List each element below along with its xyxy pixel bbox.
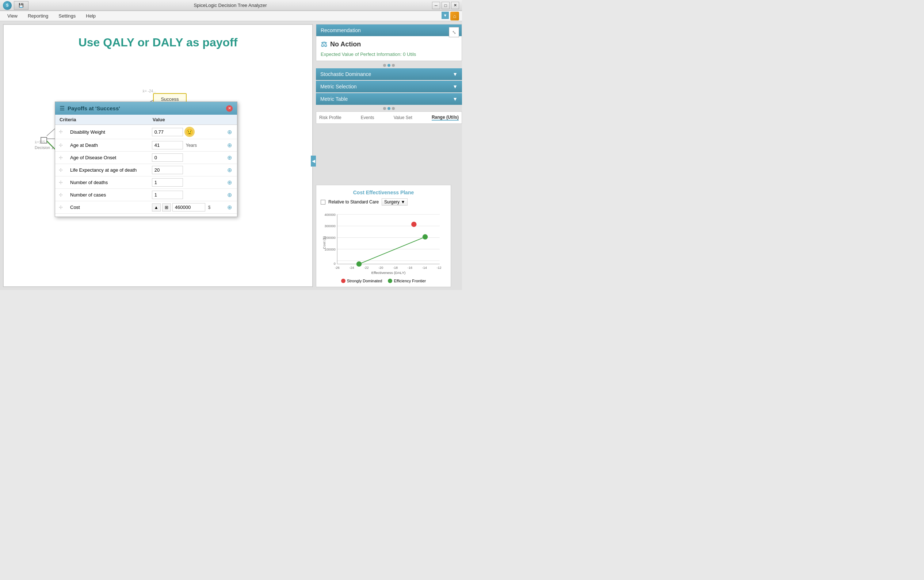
dialog-close-button[interactable]: ✕ xyxy=(226,105,233,112)
menu-right: ▼ ⌂ xyxy=(441,12,459,20)
menu-reporting[interactable]: Reporting xyxy=(23,12,53,20)
dot-active xyxy=(387,107,390,110)
row-icon: ☩ xyxy=(55,164,66,176)
svg-text:100000: 100000 xyxy=(324,248,336,251)
home-button[interactable]: ⌂ xyxy=(450,12,459,20)
svg-text:-16: -16 xyxy=(408,266,412,270)
dominated-dot xyxy=(341,278,346,283)
minimize-button[interactable]: ─ xyxy=(432,2,440,9)
collapse-left-button[interactable]: ◀ xyxy=(311,156,316,166)
distribution-icon-button[interactable]: ▲ xyxy=(152,203,161,211)
table-row: ☩ Number of deaths ⊕ xyxy=(55,176,237,189)
svg-text:x̄= -24...: x̄= -24... xyxy=(142,89,156,93)
surgery-dropdown[interactable]: Surgery ▼ xyxy=(382,198,408,206)
svg-text:-20: -20 xyxy=(378,266,383,270)
dots-row-2 xyxy=(316,105,462,111)
range-utils-tab[interactable]: Range (Utils) xyxy=(432,115,459,120)
row-label: Disability Weight xyxy=(66,125,148,139)
window-controls: ─ □ ✕ xyxy=(432,2,459,9)
svg-text:0: 0 xyxy=(334,262,336,265)
svg-text:-12: -12 xyxy=(437,266,441,270)
life-expectancy-input[interactable] xyxy=(152,166,183,174)
row-value-cell: ▲ ⊞ $ xyxy=(148,201,221,214)
row-value-cell xyxy=(148,189,221,201)
table-row: ☩ Disability Weight 😟 ⊕ xyxy=(55,125,237,139)
num-cases-input[interactable] xyxy=(152,191,183,199)
row-label: Age at Death xyxy=(66,139,148,152)
metric-table-header[interactable]: Metric Table ▼ xyxy=(316,93,462,105)
expand-button[interactable]: ⤡ xyxy=(449,27,459,37)
frontier-point-1 xyxy=(356,262,362,267)
frontier-dot xyxy=(388,278,392,283)
stochastic-title: Stochastic Dominance xyxy=(320,71,371,77)
row-action: ⊕ xyxy=(221,201,237,214)
title-bar-left: S 💾 xyxy=(3,1,28,10)
num-deaths-input[interactable] xyxy=(152,178,183,187)
recommendation-content: ⚖ No Action Expected Value of Perfect In… xyxy=(316,36,462,61)
menu-settings[interactable]: Settings xyxy=(54,12,80,20)
payoff-table: Criteria Value ☩ Disability Weight 😟 xyxy=(55,115,237,214)
row-value-cell xyxy=(148,176,221,189)
save-button[interactable]: 💾 xyxy=(14,1,28,10)
dollar-unit: $ xyxy=(208,205,211,210)
row-action: ⊕ xyxy=(221,176,237,189)
table-icon-button[interactable]: ⊞ xyxy=(162,203,171,211)
sensitivity-stub: Risk Profile Events Value Set Range (Uti… xyxy=(316,111,462,124)
dots-row-1 xyxy=(316,63,462,68)
recommendation-header[interactable]: Recommendation ▲ xyxy=(316,25,462,36)
frontier-point-2 xyxy=(423,234,428,239)
formula-button[interactable]: ⊕ xyxy=(227,167,232,173)
metric-selection-header[interactable]: Metric Selection ▼ xyxy=(316,81,462,92)
formula-button[interactable]: ⊕ xyxy=(227,129,232,135)
svg-text:-26: -26 xyxy=(335,266,340,270)
window-title: SpiceLogic Decision Tree Analyzer xyxy=(28,3,432,8)
chart-svg: Cost ($) 400000 xyxy=(321,208,446,277)
dot xyxy=(383,64,386,67)
maximize-button[interactable]: □ xyxy=(441,2,450,9)
formula-button[interactable]: ⊕ xyxy=(227,204,232,210)
events-tab[interactable]: Events xyxy=(361,115,374,120)
formula-button[interactable]: ⊕ xyxy=(227,192,232,198)
close-button[interactable]: ✕ xyxy=(451,2,459,9)
svg-line-58 xyxy=(359,237,425,264)
recommendation-title: Recommendation xyxy=(321,27,361,33)
frontier-label: Efficiency Frontier xyxy=(394,278,426,283)
dot-active xyxy=(387,64,390,67)
stochastic-header[interactable]: Stochastic Dominance ▼ xyxy=(316,68,462,80)
relative-checkbox[interactable] xyxy=(321,200,325,204)
recommended-action: ⚖ No Action xyxy=(321,40,457,49)
row-value-cell: Years xyxy=(148,139,221,152)
risk-profile-tab[interactable]: Risk Profile xyxy=(319,115,341,120)
formula-button[interactable]: ⊕ xyxy=(227,142,232,148)
right-panel: ◀ Recommendation ▲ ⚖ No Action Expected … xyxy=(316,24,462,287)
row-action: ⊕ xyxy=(221,164,237,176)
dropdown-arrow[interactable]: ▼ xyxy=(441,12,449,19)
svg-text:x̄=115...: x̄=115... xyxy=(35,140,48,144)
menu-view[interactable]: View xyxy=(3,12,22,20)
disability-weight-input[interactable] xyxy=(152,128,183,136)
relative-to-row: Relative to Standard Care Surgery ▼ xyxy=(321,198,446,206)
age-at-death-input[interactable] xyxy=(152,141,183,149)
metric-selection-title: Metric Selection xyxy=(320,84,357,89)
disease-onset-input[interactable] xyxy=(152,153,183,162)
row-value-cell: 😟 xyxy=(148,125,221,139)
metric-selection-chevron: ▼ xyxy=(453,84,458,89)
svg-text:Decision 1: Decision 1 xyxy=(35,145,53,150)
evpi-text: Expected Value of Perfect Information: 0… xyxy=(321,51,457,57)
svg-text:Success: Success xyxy=(161,96,179,102)
formula-button[interactable]: ⊕ xyxy=(227,155,232,161)
payoff-title-bar: ☰ Payoffs at 'Success' ✕ xyxy=(55,102,237,115)
value-set-tab[interactable]: Value Set xyxy=(394,115,412,120)
row-label: Cost xyxy=(66,201,148,214)
sad-face-button[interactable]: 😟 xyxy=(184,127,195,137)
col-value: Value xyxy=(148,115,221,125)
menu-help[interactable]: Help xyxy=(81,12,100,20)
dominated-point xyxy=(411,222,416,227)
title-bar: S 💾 SpiceLogic Decision Tree Analyzer ─ … xyxy=(0,0,462,11)
row-action: ⊕ xyxy=(221,125,237,139)
dot xyxy=(392,107,395,110)
formula-button[interactable]: ⊕ xyxy=(227,180,232,186)
cost-input[interactable] xyxy=(172,203,205,211)
table-row: ☩ Age of Disease Onset ⊕ xyxy=(55,152,237,164)
chart-svg-container: Cost ($) 400000 xyxy=(321,208,446,277)
